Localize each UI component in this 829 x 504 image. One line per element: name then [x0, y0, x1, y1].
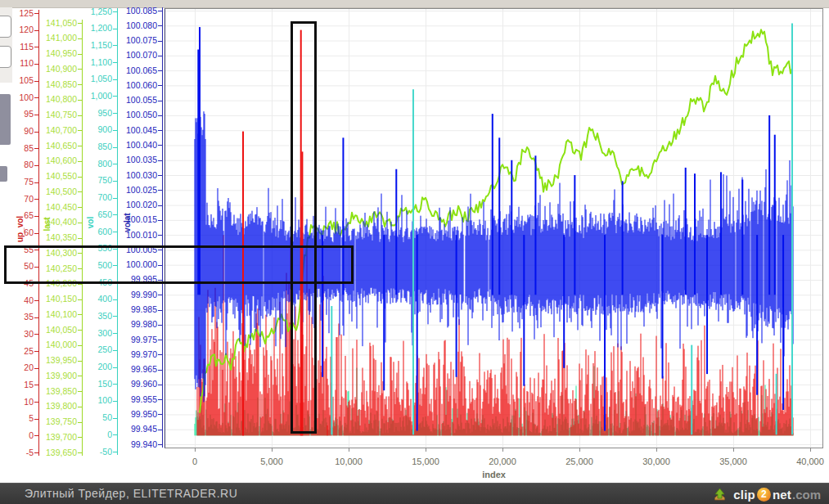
- y-tick-label: 99.940: [113, 440, 157, 449]
- clip2net-arrow-icon: [712, 488, 728, 502]
- y-tick-mark: [158, 25, 162, 26]
- y-tick-mark: [158, 160, 162, 161]
- y-axis-line-last: [82, 20, 83, 456]
- logo-2-badge: 2: [757, 488, 771, 502]
- y-tick-label: 750: [68, 176, 112, 185]
- y-tick-label: 350: [68, 312, 112, 321]
- y-tick-label: 140,400: [33, 218, 77, 227]
- y-tick-mark: [113, 333, 117, 334]
- y-tick-mark: [158, 310, 162, 311]
- y-tick-label: 0: [0, 431, 34, 440]
- x-tick-mark: [502, 448, 503, 452]
- y-tick-mark: [78, 84, 82, 85]
- credit-bar: Элитный Трейдер, ELITETRADER.RU clip 2 n…: [0, 483, 829, 504]
- y-tick-mark: [78, 38, 82, 39]
- y-tick-label: 400: [68, 295, 112, 304]
- y-tick-label: 99.950: [113, 410, 157, 419]
- y-axis-title-last: last: [43, 217, 52, 231]
- y-tick-label: 85: [0, 144, 34, 153]
- y-tick-mark: [158, 430, 162, 430]
- y-tick-label: 110: [0, 59, 34, 68]
- plot-area[interactable]: [164, 8, 823, 448]
- y-tick-mark: [158, 370, 162, 371]
- y-tick-mark: [158, 414, 162, 415]
- y-tick-mark: [34, 30, 38, 31]
- y-tick-label: 300: [68, 329, 112, 338]
- y-tick-label: 100.070: [113, 51, 157, 60]
- x-axis-title: index: [482, 470, 506, 479]
- selection-box-vertical: [291, 21, 317, 434]
- y-tick-label: 99.990: [113, 290, 157, 299]
- y-tick-label: 125: [0, 9, 34, 18]
- x-tick-label: 35,000: [705, 457, 762, 466]
- y-tick-mark: [158, 399, 162, 400]
- y-tick-mark: [158, 220, 162, 221]
- y-tick-label: 100.080: [113, 21, 157, 30]
- y-tick-label: 1,050: [68, 74, 112, 83]
- y-tick-label: 100.035: [113, 155, 157, 164]
- y-tick-label: 105: [0, 76, 34, 85]
- y-tick-label: 140,950: [33, 49, 77, 58]
- chart-canvas[interactable]: [165, 9, 822, 448]
- y-tick-mark: [158, 190, 162, 191]
- y-tick-mark: [158, 295, 162, 295]
- y-tick-label: 1,150: [68, 41, 112, 50]
- y-tick-label: 25: [0, 347, 34, 356]
- x-tick-mark: [349, 448, 349, 452]
- y-tick-mark: [113, 79, 117, 80]
- y-tick-label: 100.050: [113, 110, 157, 119]
- y-tick-mark: [78, 69, 82, 70]
- y-tick-label: 100.085: [113, 7, 157, 16]
- y-tick-label: 150: [68, 380, 112, 389]
- y-tick-label: 1,200: [68, 24, 112, 33]
- y-tick-mark: [34, 351, 38, 352]
- y-tick-mark: [158, 325, 162, 326]
- y-tick-mark: [158, 56, 162, 56]
- logo-text-clip: clip: [733, 488, 755, 502]
- y-tick-mark: [113, 299, 117, 300]
- credit-text: Элитный Трейдер, ELITETRADER.RU: [25, 487, 237, 500]
- x-tick-mark: [733, 448, 734, 452]
- y-tick-mark: [158, 340, 162, 340]
- x-tick-label: 25,000: [551, 457, 608, 466]
- y-tick-label: 15: [0, 380, 34, 389]
- y-tick-label: 5: [0, 414, 34, 423]
- y-tick-label: 90: [0, 127, 34, 136]
- y-tick-label: 10: [0, 398, 34, 407]
- x-tick-mark: [656, 448, 657, 452]
- y-tick-mark: [158, 354, 162, 355]
- x-tick-mark: [579, 448, 580, 452]
- y-tick-mark: [113, 62, 117, 63]
- y-tick-label: 100.015: [113, 215, 157, 224]
- y-tick-mark: [34, 368, 38, 369]
- y-tick-label: 115: [0, 43, 34, 52]
- y-tick-label: 100.040: [113, 141, 157, 150]
- x-tick-mark: [195, 448, 196, 452]
- y-tick-mark: [78, 54, 82, 55]
- logo-text-net: net: [773, 488, 791, 502]
- y-tick-label: 950: [68, 109, 112, 118]
- y-tick-label: 1,100: [68, 58, 112, 67]
- y-tick-label: 70: [0, 195, 34, 204]
- y-tick-label: 200: [68, 362, 112, 371]
- y-tick-mark: [78, 191, 82, 192]
- y-tick-label: 0: [68, 430, 112, 439]
- y-tick-mark: [158, 41, 162, 42]
- y-tick-label: -50: [68, 448, 112, 457]
- x-tick-mark: [810, 448, 811, 452]
- y-tick-label: 99.975: [113, 335, 157, 344]
- y-axis-title-volat: volat: [123, 213, 132, 232]
- y-tick-label: -5: [0, 448, 34, 457]
- logo-text-com: .com: [792, 488, 821, 502]
- y-tick-label: 100.025: [113, 186, 157, 195]
- y-tick-label: 100: [0, 93, 34, 102]
- y-axis-title-up_vol: up_vol: [16, 216, 25, 242]
- y-tick-mark: [158, 235, 162, 236]
- y-tick-label: 100.020: [113, 200, 157, 209]
- y-tick-label: 1,250: [68, 7, 112, 16]
- y-tick-mark: [158, 205, 162, 206]
- y-tick-label: 120: [0, 25, 34, 34]
- y-tick-label: 100.045: [113, 126, 157, 135]
- y-tick-label: 99.980: [113, 320, 157, 329]
- clip2net-logo[interactable]: clip 2 net .com: [712, 486, 821, 502]
